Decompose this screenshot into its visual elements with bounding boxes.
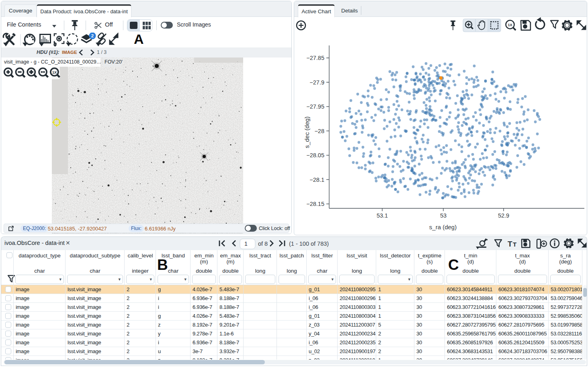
- svg-text:T: T: [513, 241, 516, 248]
- svg-text:1X: 1X: [52, 70, 57, 74]
- svg-text:(1 - 100 of 783): (1 - 100 of 783): [289, 241, 329, 247]
- svg-text:−28.1: −28.1: [309, 177, 324, 183]
- svg-text:−27.85: −27.85: [306, 55, 324, 61]
- svg-text:53: 53: [440, 212, 447, 219]
- svg-text:of 8: of 8: [258, 241, 268, 247]
- svg-text:−28: −28: [314, 128, 324, 134]
- svg-text:2: 2: [91, 33, 94, 38]
- svg-text:s_ra (deg): s_ra (deg): [429, 224, 457, 230]
- svg-text:52.9: 52.9: [498, 212, 509, 219]
- svg-text:−27.95: −27.95: [306, 103, 324, 110]
- svg-text:1X: 1X: [508, 23, 512, 27]
- svg-text:T: T: [508, 240, 512, 248]
- svg-text:53.1: 53.1: [377, 212, 388, 219]
- svg-text:s_dec (deg): s_dec (deg): [303, 116, 310, 148]
- svg-text:−28.15: −28.15: [306, 201, 324, 207]
- svg-text:−27.9: −27.9: [309, 79, 324, 86]
- svg-text:1: 1: [244, 241, 248, 247]
- svg-text:−28.05: −28.05: [306, 152, 324, 158]
